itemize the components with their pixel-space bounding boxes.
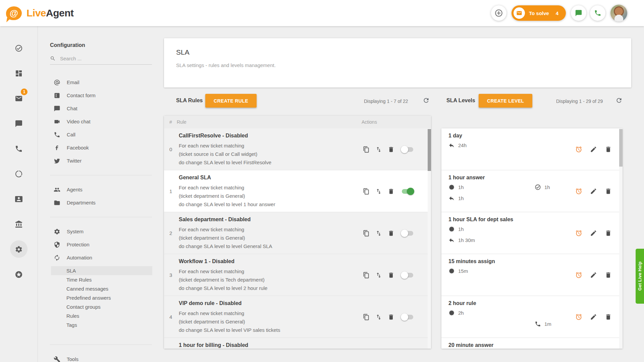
sort-icon (375, 146, 382, 153)
pencil-icon (590, 188, 597, 195)
sidebar-item-twitter[interactable]: Twitter (38, 154, 161, 167)
rail-item-star-circle[interactable] (9, 262, 28, 287)
sidebar-item-facebook[interactable]: Facebook (38, 141, 161, 154)
user-avatar[interactable] (610, 5, 627, 21)
trash-icon (605, 313, 612, 320)
sidebar-item-protection[interactable]: Protection (38, 238, 161, 251)
add-button[interactable] (491, 5, 506, 21)
sidebar-item-label: Video chat (67, 119, 91, 124)
rule-enabled-toggle[interactable] (401, 145, 414, 154)
sidebar-item-rules[interactable]: Rules (51, 311, 152, 320)
rule-enabled-toggle[interactable] (401, 313, 414, 321)
delete-level-button[interactable] (605, 272, 612, 279)
delete-rule-button[interactable] (388, 230, 394, 237)
rail-item-donut[interactable] (9, 161, 28, 186)
reorder-rule-button[interactable] (375, 272, 382, 279)
sidebar-item-system[interactable]: System (38, 225, 161, 238)
search-input[interactable] (60, 56, 141, 61)
edit-level-button[interactable] (590, 230, 597, 237)
rule-title: Workflow 1 - Disabled (179, 258, 267, 264)
alarm-icon (575, 146, 582, 153)
contact-card-icon (15, 195, 23, 203)
edit-level-button[interactable] (590, 313, 597, 320)
delete-level-button[interactable] (605, 313, 612, 320)
sidebar-item-contact-groups[interactable]: Contact groups (51, 302, 152, 311)
delete-level-button[interactable] (605, 146, 612, 153)
rail-item-mail[interactable]: 1 (9, 86, 28, 111)
delete-rule-button[interactable] (388, 188, 394, 195)
reorder-rule-button[interactable] (375, 188, 382, 195)
sort-icon (375, 188, 382, 195)
badge-icon (448, 310, 455, 316)
rail-item-gear[interactable] (9, 237, 28, 262)
delete-level-button[interactable] (605, 230, 612, 237)
reorder-rule-button[interactable] (375, 314, 382, 320)
rail-item-chat[interactable] (9, 111, 28, 136)
rule-enabled-toggle[interactable] (401, 187, 414, 195)
sidebar-item-contact-form[interactable]: Contact form (38, 89, 161, 102)
sidebar-item-chat[interactable]: Chat (38, 102, 161, 115)
chats-button[interactable] (571, 5, 586, 21)
refresh-levels-button[interactable] (615, 97, 623, 105)
levels-scrollbar-thumb[interactable] (619, 129, 623, 167)
delete-rule-button[interactable] (388, 272, 394, 279)
sidebar-item-predefined-answers[interactable]: Predefined answers (51, 293, 152, 302)
mail-icon (15, 95, 23, 103)
sidebar-item-tools[interactable]: Tools (38, 353, 161, 362)
sidebar-item-agents[interactable]: Agents (38, 183, 161, 196)
copy-rule-button[interactable] (363, 188, 370, 195)
search-icon (50, 56, 56, 61)
calls-button[interactable] (590, 5, 605, 21)
alarm-level-button[interactable] (575, 313, 582, 320)
sidebar-item-tags[interactable]: Tags (51, 320, 152, 329)
rail-item-dashboard[interactable] (9, 61, 28, 86)
alarm-level-button[interactable] (575, 230, 582, 237)
copy-rule-button[interactable] (363, 230, 370, 237)
rail-item-check-circle[interactable] (9, 36, 28, 61)
to-solve-button[interactable]: To solve 4 (512, 5, 566, 21)
alarm-level-button[interactable] (575, 272, 582, 279)
rules-scrollbar-thumb[interactable] (428, 129, 431, 171)
alarm-level-button[interactable] (575, 188, 582, 195)
reorder-rule-button[interactable] (375, 230, 382, 237)
delete-level-button[interactable] (605, 188, 612, 195)
level-detail-value: 1h (458, 226, 464, 232)
levels-scrollbar[interactable] (619, 128, 623, 349)
delete-rule-button[interactable] (388, 314, 394, 320)
level-detail-value: 1h 30m (458, 237, 475, 243)
sidebar-item-email[interactable]: Email (38, 76, 161, 89)
rule-title: VIP demo rule - Disabled (179, 300, 280, 306)
create-rule-button[interactable]: CREATE RULE (205, 94, 257, 108)
sidebar-item-call[interactable]: Call (38, 128, 161, 141)
edit-level-button[interactable] (590, 188, 597, 195)
alarm-level-button[interactable] (575, 146, 582, 153)
sidebar-item-departments[interactable]: Departments (38, 196, 161, 209)
rule-description-line: (ticket department is General) (179, 234, 272, 242)
reorder-rule-button[interactable] (375, 146, 382, 153)
sidebar-item-label: System (67, 229, 84, 234)
toggle-knob (401, 272, 408, 279)
rail-item-phone[interactable] (9, 136, 28, 161)
sidebar-item-time-rules[interactable]: Time Rules (51, 275, 152, 284)
rules-scrollbar[interactable] (428, 128, 431, 349)
rail-item-bank[interactable] (9, 212, 28, 237)
sidebar-item-automation[interactable]: Automation (38, 251, 161, 264)
rule-enabled-toggle[interactable] (401, 229, 414, 237)
copy-rule-button[interactable] (363, 314, 370, 320)
rule-description-line: For each new ticket matching (179, 225, 272, 234)
copy-rule-button[interactable] (363, 146, 370, 153)
get-live-help-tab[interactable]: Get Live Help (636, 249, 644, 304)
delete-rule-button[interactable] (388, 146, 394, 153)
sidebar-item-video-chat[interactable]: Video chat (38, 115, 161, 128)
edit-level-button[interactable] (590, 272, 597, 279)
edit-level-button[interactable] (590, 146, 597, 153)
create-level-button[interactable]: CREATE LEVEL (479, 94, 532, 108)
sidebar-item-canned-messages[interactable]: Canned messages (51, 284, 152, 293)
rule-enabled-toggle[interactable] (401, 271, 414, 279)
level-actions (575, 212, 612, 254)
rail-item-contact-card[interactable] (9, 186, 28, 212)
refresh-rules-button[interactable] (422, 97, 430, 105)
sidebar-item-sla[interactable]: SLA (51, 266, 152, 275)
copy-rule-button[interactable] (363, 272, 370, 279)
rule-description-line: do change SLA level to level General SLA (179, 242, 272, 250)
